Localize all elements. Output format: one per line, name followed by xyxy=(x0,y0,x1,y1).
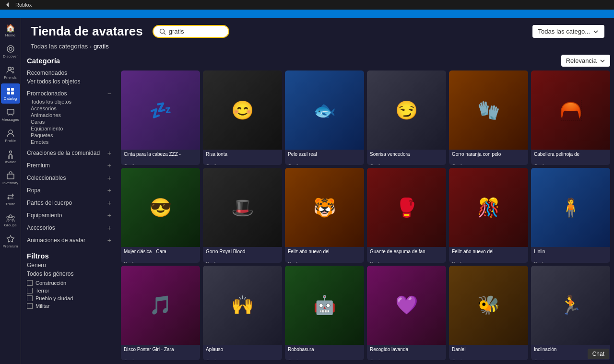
sidebar-item-messages[interactable]: Messages xyxy=(1,105,20,125)
sidebar-item-home[interactable]: 🏠 Home xyxy=(1,20,20,40)
gender-all[interactable]: Todos los géneros xyxy=(27,270,111,277)
item-info-2: Pelo azul real Gratis xyxy=(285,150,364,165)
item-card-17[interactable]: 🏃 Inclinación Gratis xyxy=(531,266,610,360)
checkbox-terror[interactable]: Terror xyxy=(27,287,111,294)
promoted-header[interactable]: Promocionados − xyxy=(27,89,111,98)
promoted-sub-emotes[interactable]: Emotes xyxy=(27,139,111,145)
checkbox-box-terror[interactable] xyxy=(27,288,33,294)
avatar-animations-header[interactable]: Animaciones de avatar + xyxy=(27,235,111,245)
body-parts-header[interactable]: Partes del cuerpo + xyxy=(27,198,111,208)
items-grid: 💤 Cinta para la cabeza ZZZ - Gratis 😊 Ri… xyxy=(121,70,610,360)
checkbox-construccion[interactable]: Construcción xyxy=(27,279,111,287)
chevron-down-icon xyxy=(593,29,599,35)
collectibles-header[interactable]: Coleccionables + xyxy=(27,173,111,183)
item-card-4[interactable]: 🧤 Gorro naranja con pelo Gratis xyxy=(449,70,528,165)
sidebar-item-premium[interactable]: Premium xyxy=(1,231,20,251)
sidebar-item-friends[interactable]: Friends xyxy=(1,62,20,82)
breadcrumb-all-link[interactable]: Todas las categorías xyxy=(31,43,88,50)
item-card-2[interactable]: 🐟 Pelo azul real Gratis xyxy=(285,70,364,165)
promoted-sub-paquetes[interactable]: Paquetes xyxy=(27,132,111,139)
collectibles-plus: + xyxy=(107,174,111,182)
checkbox-box-pueblo[interactable] xyxy=(27,295,33,301)
sidebar-item-catalog[interactable]: Catalog xyxy=(1,83,20,104)
item-info-13: Aplauso Gratis xyxy=(203,345,282,360)
sidebar-item-groups[interactable]: Groups xyxy=(1,210,20,230)
item-card-6[interactable]: 😎 Mujer clásica - Cara Gratis xyxy=(121,168,200,262)
item-info-12: Disco Poster Girl - Zara Gratis xyxy=(121,345,200,360)
item-card-3[interactable]: 😏 Sonrisa vencedora Gratis xyxy=(367,70,446,165)
community-header[interactable]: Creaciones de la comunidad + xyxy=(27,148,111,158)
item-card-9[interactable]: 🥊 Guante de espuma de fan Gratis xyxy=(367,168,446,262)
item-price-2: Gratis xyxy=(288,164,361,165)
item-price-3: Gratis xyxy=(370,164,443,165)
search-icon xyxy=(159,28,166,35)
left-panel: Categoría Recomendados Ver todos los obj… xyxy=(21,53,117,364)
sidebar-item-inventory-label: Inventory xyxy=(2,181,18,185)
sidebar-item-trade[interactable]: Trade xyxy=(1,189,20,209)
svg-point-10 xyxy=(9,130,12,134)
svg-point-4 xyxy=(11,68,13,70)
item-info-15: Recogido lavanda Gratis xyxy=(367,345,446,360)
sidebar-item-trade-label: Trade xyxy=(5,202,15,206)
groups-icon xyxy=(6,213,15,223)
category-link-all-objects[interactable]: Ver todos los objetos xyxy=(27,77,111,86)
item-card-8[interactable]: 🐯 Feliz año nuevo del Gratis xyxy=(285,168,364,262)
item-image-1: 😊 xyxy=(203,70,282,150)
checkbox-militar[interactable]: Militar xyxy=(27,302,111,310)
premium-cat-header[interactable]: Premium + xyxy=(27,161,111,170)
ropa-header[interactable]: Ropa + xyxy=(27,186,111,195)
item-card-14[interactable]: 🤖 Robobasura Gratis xyxy=(285,266,364,360)
item-info-16: Daniel Gratis xyxy=(449,345,528,360)
sidebar-item-groups-label: Groups xyxy=(4,223,16,227)
item-info-6: Mujer clásica - Cara Gratis xyxy=(121,247,200,262)
back-button[interactable] xyxy=(4,1,12,9)
category-title: Categoría xyxy=(27,57,111,65)
item-name-11: Linlin xyxy=(534,249,607,260)
checkbox-box-construccion[interactable] xyxy=(27,280,33,286)
promoted-sub-all[interactable]: Todos los objetos xyxy=(27,98,111,105)
accesorios-header[interactable]: Accesorios + xyxy=(27,223,111,233)
sidebar-item-profile[interactable]: Profile xyxy=(1,126,20,146)
checkbox-pueblo[interactable]: Pueblo y ciudad xyxy=(27,294,111,302)
item-image-12: 🎵 xyxy=(121,266,200,345)
search-bar[interactable]: gratis xyxy=(153,25,229,38)
category-group-accesorios: Accesorios + xyxy=(27,223,111,233)
item-price-14: Gratis xyxy=(288,359,361,360)
item-card-12[interactable]: 🎵 Disco Poster Girl - Zara Gratis xyxy=(121,266,200,360)
category-group-promoted: Promocionados − Todos los objetos Acceso… xyxy=(27,89,111,145)
item-card-13[interactable]: 🙌 Aplauso Gratis xyxy=(203,266,282,360)
checkbox-box-militar[interactable] xyxy=(27,303,33,309)
category-dropdown[interactable]: Todas las catego... xyxy=(532,25,604,38)
breadcrumb: Todas las categorías › gratis xyxy=(21,43,614,53)
promoted-sub-faces[interactable]: Caras xyxy=(27,118,111,125)
equipment-header[interactable]: Equipamiento + xyxy=(27,211,111,220)
breadcrumb-separator: › xyxy=(90,44,92,49)
item-card-10[interactable]: 🎊 Feliz año nuevo del Gratis xyxy=(449,168,528,262)
item-card-0[interactable]: 💤 Cinta para la cabeza ZZZ - Gratis xyxy=(121,70,200,165)
promoted-sub-equipment[interactable]: Equipamiento xyxy=(27,125,111,132)
main-layout: 🏠 Home Discover Friends Catalog Messa xyxy=(0,18,614,364)
top-bar-title: Roblox xyxy=(15,2,32,8)
item-card-5[interactable]: 🦰 Cabellera pelirroja de Gratis xyxy=(531,70,610,165)
item-info-10: Feliz año nuevo del Gratis xyxy=(449,247,528,262)
svg-point-15 xyxy=(12,216,14,218)
sidebar-item-avatar[interactable]: Avatar xyxy=(1,147,20,167)
item-card-11[interactable]: 🧍 Linlin Gratis xyxy=(531,168,610,262)
collectibles-label: Coleccionables xyxy=(27,175,66,181)
item-price-9: Gratis xyxy=(370,261,443,262)
category-link-recommended[interactable]: Recomendados xyxy=(27,69,111,77)
trade-icon xyxy=(6,192,15,201)
item-card-16[interactable]: 🐝 Daniel Gratis xyxy=(449,266,528,360)
sidebar-item-inventory[interactable]: Inventory xyxy=(1,168,20,188)
promoted-sub-accessories[interactable]: Accesorios xyxy=(27,105,111,112)
search-input-text: gratis xyxy=(169,28,184,35)
item-card-7[interactable]: 🎩 Gorro Royal Blood Gratis xyxy=(203,168,282,262)
svg-point-16 xyxy=(160,29,164,33)
promoted-sub-animations[interactable]: Animaciones xyxy=(27,112,111,118)
sidebar-item-discover[interactable]: Discover xyxy=(1,41,20,61)
chat-button[interactable]: Chat xyxy=(588,349,609,359)
item-name-6: Mujer clásica - Cara xyxy=(124,249,197,260)
item-card-15[interactable]: 💜 Recogido lavanda Gratis xyxy=(367,266,446,360)
sort-dropdown[interactable]: Relevancia xyxy=(561,55,610,67)
item-card-1[interactable]: 😊 Risa tonta Gratis xyxy=(203,70,282,165)
